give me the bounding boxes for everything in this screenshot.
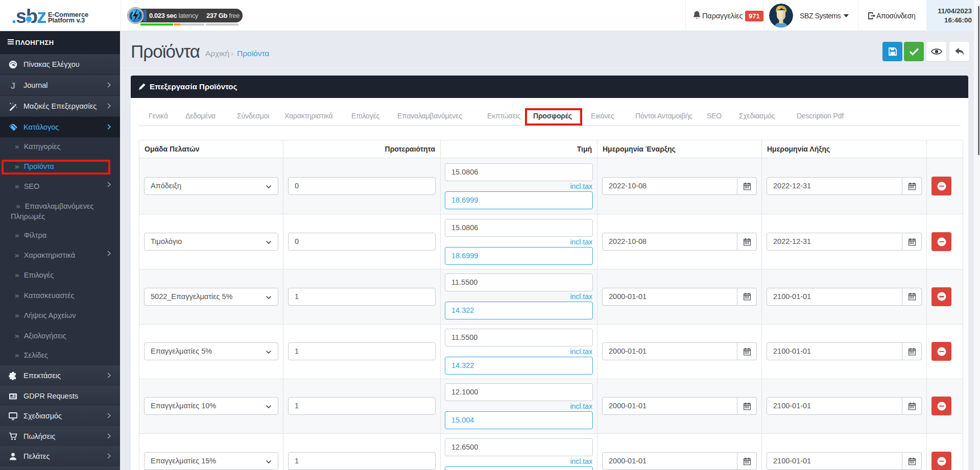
svg-text:J: J (11, 81, 15, 90)
